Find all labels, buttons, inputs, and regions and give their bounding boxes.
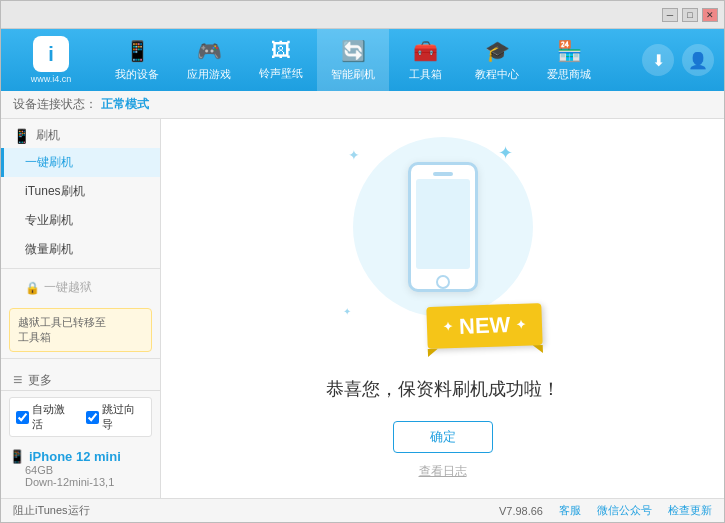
ringtones-icon: 🖼 <box>271 39 291 62</box>
phone-illustration: ✦ ✦ ✦ NEW <box>343 137 543 357</box>
nav-label-apps: 应用游戏 <box>187 67 231 82</box>
minimize-button[interactable]: ─ <box>662 8 678 22</box>
itunes-flash-label: iTunes刷机 <box>25 184 85 198</box>
customer-service-link[interactable]: 客服 <box>559 503 581 518</box>
sidebar-jailbreak-header: 🔒 一键越狱 <box>1 273 160 302</box>
device-storage: 64GB <box>9 464 152 476</box>
sidebar-section-more-header: ≡ 更多 <box>1 363 160 390</box>
sidebar-item-micro-flash[interactable]: 微量刷机 <box>1 235 160 264</box>
sidebar-item-itunes-flash[interactable]: iTunes刷机 <box>1 177 160 206</box>
lock-icon: 🔒 <box>25 281 40 295</box>
main-nav: 📱 我的设备 🎮 应用游戏 🖼 铃声壁纸 🔄 智能刷机 🧰 工具箱 🎓 <box>101 29 642 91</box>
skip-wizard-label: 跳过向导 <box>102 402 146 432</box>
more-section-icon: ≡ <box>13 371 22 389</box>
nav-item-flash[interactable]: 🔄 智能刷机 <box>317 29 389 91</box>
sidebar-item-pro-flash[interactable]: 专业刷机 <box>1 206 160 235</box>
flash-section-icon: 📱 <box>13 128 30 144</box>
bottom-left: 阻止iTunes运行 <box>13 503 90 518</box>
app-window: ─ □ ✕ i www.i4.cn 📱 我的设备 🎮 应用游戏 🖼 铃声壁纸 <box>0 0 725 523</box>
new-badge: NEW <box>426 303 543 349</box>
header: i www.i4.cn 📱 我的设备 🎮 应用游戏 🖼 铃声壁纸 🔄 智能刷机 <box>1 29 724 91</box>
nav-item-tools[interactable]: 🧰 工具箱 <box>389 29 461 91</box>
logo-icon: i <box>33 36 69 72</box>
bottom-right: V7.98.66 客服 微信公众号 检查更新 <box>499 503 712 518</box>
wechat-link[interactable]: 微信公众号 <box>597 503 652 518</box>
logo-char: i <box>48 43 54 66</box>
confirm-button[interactable]: 确定 <box>393 421 493 453</box>
phone-body <box>408 162 478 292</box>
close-button[interactable]: ✕ <box>702 8 718 22</box>
success-message: 恭喜您，保资料刷机成功啦！ <box>326 377 560 401</box>
auto-activate-checkbox[interactable] <box>16 411 29 424</box>
title-bar-controls: ─ □ ✕ <box>662 8 718 22</box>
auto-activate-label: 自动激活 <box>32 402 76 432</box>
device-name: 📱 iPhone 12 mini <box>9 449 152 464</box>
sidebar-scroll: 📱 刷机 一键刷机 iTunes刷机 专业刷机 微量刷机 <box>1 119 160 390</box>
stop-itunes-label[interactable]: 阻止iTunes运行 <box>13 503 90 518</box>
nav-item-store[interactable]: 🏪 爱思商城 <box>533 29 605 91</box>
ribbon-right <box>533 345 543 353</box>
my-device-icon: 📱 <box>125 39 150 63</box>
device-version: Down-12mini-13,1 <box>9 476 152 488</box>
bottom-bar: 阻止iTunes运行 V7.98.66 客服 微信公众号 检查更新 <box>1 498 724 522</box>
nav-item-my-device[interactable]: 📱 我的设备 <box>101 29 173 91</box>
pro-flash-label: 专业刷机 <box>25 213 73 227</box>
one-click-flash-label: 一键刷机 <box>25 155 73 169</box>
tools-icon: 🧰 <box>413 39 438 63</box>
user-button[interactable]: 👤 <box>682 44 714 76</box>
jailbreak-label: 一键越狱 <box>44 279 92 296</box>
sidebar: 📱 刷机 一键刷机 iTunes刷机 专业刷机 微量刷机 <box>1 119 161 498</box>
sidebar-divider-1 <box>1 268 160 269</box>
flash-icon: 🔄 <box>341 39 366 63</box>
apps-icon: 🎮 <box>197 39 222 63</box>
sparkle-3: ✦ <box>343 306 351 317</box>
ribbon-left <box>428 349 438 357</box>
sparkle-1: ✦ <box>348 147 360 163</box>
sidebar-bottom: 自动激活 跳过向导 📱 iPhone 12 mini 64GB Down-12m… <box>1 390 160 498</box>
checkbox-auto-activate[interactable]: 自动激活 <box>16 402 76 432</box>
logo: i www.i4.cn <box>11 35 91 85</box>
nav-label-store: 爱思商城 <box>547 67 591 82</box>
nav-label-ringtones: 铃声壁纸 <box>259 66 303 81</box>
download-button[interactable]: ⬇ <box>642 44 674 76</box>
tutorials-icon: 🎓 <box>485 39 510 63</box>
content-wrapper: 📱 刷机 一键刷机 iTunes刷机 专业刷机 微量刷机 <box>1 119 724 498</box>
nav-item-apps[interactable]: 🎮 应用游戏 <box>173 29 245 91</box>
checkbox-row: 自动激活 跳过向导 <box>9 397 152 437</box>
main-content: ✦ ✦ ✦ NEW 恭喜您，保资料刷机成功啦！ 确定 查看日志 <box>161 119 724 498</box>
micro-flash-label: 微量刷机 <box>25 242 73 256</box>
status-label: 设备连接状态： <box>13 96 97 113</box>
nav-label-tutorials: 教程中心 <box>475 67 519 82</box>
nav-item-ringtones[interactable]: 🖼 铃声壁纸 <box>245 29 317 91</box>
maximize-button[interactable]: □ <box>682 8 698 22</box>
nav-label-tools: 工具箱 <box>409 67 442 82</box>
sparkle-2: ✦ <box>498 142 513 164</box>
sidebar-item-one-click-flash[interactable]: 一键刷机 <box>1 148 160 177</box>
phone-bg-circle <box>353 137 533 317</box>
sidebar-jailbreak-notice: 越狱工具已转移至工具箱 <box>9 308 152 352</box>
wizard-link[interactable]: 查看日志 <box>419 463 467 480</box>
jailbreak-notice-text: 越狱工具已转移至工具箱 <box>18 316 106 343</box>
version-label: V7.98.66 <box>499 505 543 517</box>
status-value: 正常模式 <box>101 96 149 113</box>
device-name-text: iPhone 12 mini <box>29 449 121 464</box>
phone-speaker <box>433 172 453 176</box>
logo-url: www.i4.cn <box>31 74 72 84</box>
more-section-label: 更多 <box>28 372 52 389</box>
device-info: 📱 iPhone 12 mini 64GB Down-12mini-13,1 <box>9 445 152 492</box>
sidebar-divider-2 <box>1 358 160 359</box>
status-bar: 设备连接状态： 正常模式 <box>1 91 724 119</box>
title-bar: ─ □ ✕ <box>1 1 724 29</box>
nav-item-tutorials[interactable]: 🎓 教程中心 <box>461 29 533 91</box>
sidebar-section-flash-header: 📱 刷机 <box>1 119 160 148</box>
phone-screen <box>416 179 470 269</box>
checkbox-skip-wizard[interactable]: 跳过向导 <box>86 402 146 432</box>
new-badge-text: NEW <box>459 312 511 340</box>
device-phone-icon: 📱 <box>9 449 25 464</box>
nav-label-my-device: 我的设备 <box>115 67 159 82</box>
skip-wizard-checkbox[interactable] <box>86 411 99 424</box>
check-update-link[interactable]: 检查更新 <box>668 503 712 518</box>
phone-home-button <box>436 275 450 289</box>
flash-section-label: 刷机 <box>36 127 60 144</box>
header-right: ⬇ 👤 <box>642 44 714 76</box>
